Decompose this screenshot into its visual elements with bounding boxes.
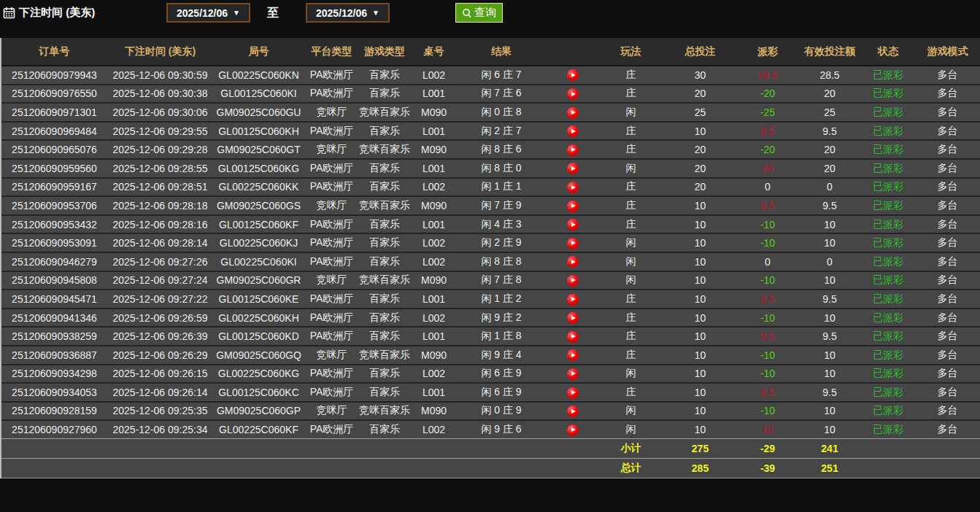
game-mode: 多台 [914,66,980,85]
play-icon[interactable] [567,125,579,137]
query-button[interactable]: 查询 [455,3,503,23]
date-from-value: 2025/12/06 [177,7,228,19]
valid-bet: 10 [797,365,863,384]
replay-cell [545,215,600,234]
round-number: GM09025C060GU [213,103,304,122]
play-icon[interactable] [567,312,579,324]
play-icon[interactable] [567,182,579,193]
total-bet: 10 [662,327,738,346]
total-bet: 10 [662,309,738,327]
bet-records-table: 订单号 下注时间 (美东) 局号 平台类型 游戏类型 桌号 结果 玩法 总投注 … [1,38,980,478]
game-mode: 多台 [914,420,980,439]
game-mode: 多台 [914,327,980,346]
bet-time-filter-label: 下注时间 (美东) [3,6,95,20]
header-payout: 派彩 [738,38,797,66]
play-icon[interactable] [567,294,579,306]
replay-cell [545,271,600,290]
bet-time: 2025-12-06 09:26:15 [107,365,213,384]
payout: -10 [738,402,797,421]
order-number: 251206090941346 [1,309,107,327]
status-badge: 已派彩 [863,159,914,178]
table-row: 251206090936887 2025-12-06 09:26:29 GM09… [1,346,980,365]
platform-type: PA欧洲厅 [304,365,359,384]
play-icon[interactable] [567,349,579,361]
valid-bet: 10 [797,233,863,252]
play-icon[interactable] [567,238,579,249]
toolbar: 下注时间 (美东) 2025/12/06 ▼ 至 2025/12/06 ▼ 查询 [0,0,980,38]
order-number: 251206090953432 [1,215,107,234]
payout: 0 [738,178,797,197]
bet-time: 2025-12-06 09:27:24 [107,271,213,290]
platform-type: PA欧洲厅 [304,85,359,104]
replay-cell [545,140,600,159]
bet-type: 闲 [600,103,662,122]
table-body: 251206090979943 2025-12-06 09:30:59 GL00… [1,66,980,439]
round-number: GL00125C060KE [213,290,304,309]
payout: 20 [738,159,797,178]
order-number: 251206090971301 [1,103,107,122]
play-icon[interactable] [567,144,579,156]
table-row: 251206090976550 2025-12-06 09:30:38 GL00… [1,85,980,104]
game-type: 百家乐 [359,420,410,439]
play-icon[interactable] [567,69,579,81]
play-icon[interactable] [567,201,579,212]
order-number: 251206090976550 [1,85,107,104]
game-mode: 多台 [914,103,980,122]
table-number: L001 [410,122,458,141]
header-bet-type: 玩法 [600,38,662,66]
status-badge: 已派彩 [863,215,914,234]
bet-type: 庄 [600,140,662,159]
table-number: L002 [410,66,458,85]
play-icon[interactable] [567,163,579,174]
platform-type: 竞咪厅 [304,346,359,365]
replay-cell [545,290,600,309]
valid-bet: 20 [797,140,863,159]
bet-time: 2025-12-06 09:29:55 [107,122,213,141]
bet-type: 庄 [600,196,662,215]
play-icon[interactable] [567,424,579,436]
bet-time: 2025-12-06 09:28:18 [107,196,213,215]
result-score: 闲 9 庄 6 [458,420,545,439]
payout: 9.5 [738,196,797,215]
payout: 10 [738,420,797,439]
play-icon[interactable] [567,368,579,380]
play-icon[interactable] [567,275,579,287]
bet-time: 2025-12-06 09:30:06 [107,103,213,122]
result-score: 闲 8 庄 8 [458,252,545,271]
total-bet: 10 [662,402,738,421]
valid-bet: 10 [797,309,863,327]
table-row: 251206090934298 2025-12-06 09:26:15 GL00… [1,365,980,384]
total-bet: 25 [662,103,738,122]
table-number: M090 [410,196,458,215]
table-number: L002 [410,420,458,439]
platform-type: 竞咪厅 [304,402,359,421]
valid-bet: 10 [797,271,863,290]
replay-cell [545,103,600,122]
play-icon[interactable] [567,387,579,399]
game-type: 百家乐 [359,66,410,85]
table-row: 251206090953091 2025-12-06 09:28:14 GL00… [1,233,980,252]
date-from-select[interactable]: 2025/12/06 ▼ [166,3,250,23]
payout: -10 [738,309,797,327]
play-icon[interactable] [567,88,579,100]
table-footer: 小计 275 -29 241 总计 285 -39 251 [1,439,980,478]
bet-time: 2025-12-06 09:29:28 [107,140,213,159]
play-icon[interactable] [567,331,579,343]
play-icon[interactable] [567,219,579,230]
round-number: GL00225C060KI [213,252,304,271]
table-row: 251206090965076 2025-12-06 09:29:28 GM09… [1,140,980,159]
bet-time: 2025-12-06 09:25:34 [107,420,213,439]
date-to-select[interactable]: 2025/12/06 ▼ [306,3,390,23]
play-icon[interactable] [567,256,579,268]
table-row: 251206090934053 2025-12-06 09:26:14 GL00… [1,383,980,402]
table-row: 251206090959167 2025-12-06 09:28:51 GL00… [1,178,980,197]
table-number: M090 [410,103,458,122]
play-icon[interactable] [567,406,579,417]
table-row: 251206090945808 2025-12-06 09:27:24 GM09… [1,271,980,290]
game-type: 竞咪百家乐 [359,196,410,215]
order-number: 251206090945471 [1,290,107,309]
play-icon[interactable] [567,107,579,119]
platform-type: PA欧洲厅 [304,420,359,439]
round-number: GM09025C060GP [213,402,304,421]
game-type: 百家乐 [359,309,410,327]
